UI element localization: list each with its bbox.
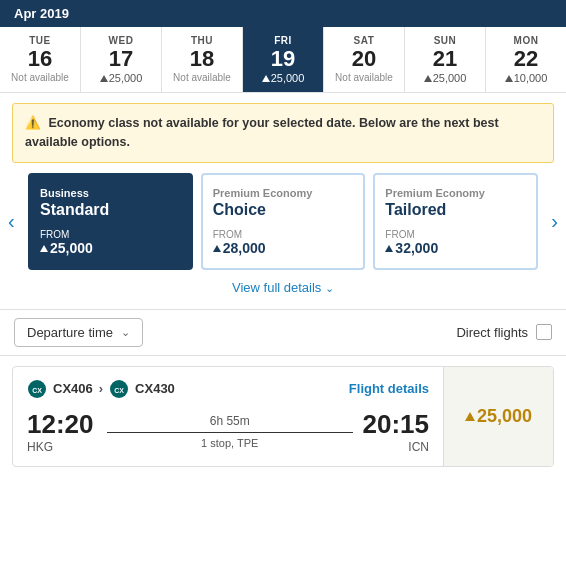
fare-card-0[interactable]: BusinessStandardFROM25,000 [28,173,193,270]
direct-flights-section: Direct flights [456,324,552,340]
flight-line-section: 6h 55m 1 stop, TPE [97,414,363,450]
day-number: 21 [409,46,481,72]
fare-price: 32,000 [385,240,526,256]
flight-code2: CX430 [135,381,175,396]
notice-text: Economy class not available for your sel… [25,116,499,149]
fare-price: 25,000 [40,240,181,256]
departure-time-button[interactable]: Departure time ⌄ [14,318,143,347]
month-label: Apr 2019 [14,6,69,21]
avios-tri-icon [385,245,393,252]
day-name: SUN [409,35,481,46]
chevron-down-icon: ⌄ [325,282,334,294]
avios-tri-icon [40,245,48,252]
flight-details-link[interactable]: Flight details [349,381,429,396]
day-name: FRI [247,35,319,46]
svg-text:CX: CX [32,386,42,393]
date-cell-22[interactable]: MON2210,000 [486,27,566,92]
flight-codes: CX CX406 › CX CX430 [27,379,175,399]
flight-line [107,432,353,434]
from-label: FROM [40,229,181,240]
day-name: THU [166,35,238,46]
day-number: 20 [328,46,400,72]
day-name: TUE [4,35,76,46]
flight-header: CX CX406 › CX CX430 Flight details [27,379,429,399]
airline-icon-cx430: CX [109,379,129,399]
date-price: 25,000 [85,72,157,84]
flight-duration: 6h 55m [107,414,353,428]
arrival-block: 20:15 ICN [363,409,430,454]
day-number: 19 [247,46,319,72]
fare-name: Choice [213,201,354,219]
from-label: FROM [385,229,526,240]
flight-times: 12:20 HKG 6h 55m 1 stop, TPE 20:15 ICN [27,409,429,454]
flight-code1: CX406 [53,381,93,396]
day-number: 17 [85,46,157,72]
date-price: 25,000 [409,72,481,84]
view-details-link[interactable]: View full details ⌄ [0,280,566,295]
day-number: 16 [4,46,76,72]
date-cell-18[interactable]: THU18Not available [162,27,243,92]
day-name: SAT [328,35,400,46]
flight-price-box[interactable]: 25,000 [443,367,553,466]
chevron-down-icon: ⌄ [121,326,130,339]
date-cell-20[interactable]: SAT20Not available [324,27,405,92]
month-header: Apr 2019 [0,0,566,27]
prev-arrow[interactable]: ‹ [4,206,19,237]
airline-icon-cx406: CX [27,379,47,399]
avios-triangle-icon [465,412,475,421]
departure-time-label: Departure time [27,325,113,340]
avios-icon [505,75,513,82]
date-cell-19[interactable]: FRI1925,000 [243,27,324,92]
fare-card-1[interactable]: Premium EconomyChoiceFROM28,000 [201,173,366,270]
cabin-type: Premium Economy [385,187,526,199]
avios-icon [262,75,270,82]
direct-flights-checkbox[interactable] [536,324,552,340]
date-selector-row: TUE16Not availableWED1725,000THU18Not av… [0,27,566,93]
departure-time: 12:20 [27,409,97,440]
flight-main-info: CX CX406 › CX CX430 Flight details 12:20… [13,367,443,466]
flight-arrow-icon: › [99,381,103,396]
flight-stops: 1 stop, TPE [107,437,353,449]
next-arrow[interactable]: › [547,206,562,237]
filter-row: Departure time ⌄ Direct flights [0,309,566,356]
date-cell-21[interactable]: SUN2125,000 [405,27,486,92]
view-details-label: View full details [232,280,321,295]
date-price: 25,000 [247,72,319,84]
flight-result: CX CX406 › CX CX430 Flight details 12:20… [12,366,554,467]
arrival-iata: ICN [363,440,430,454]
departure-block: 12:20 HKG [27,409,97,454]
day-name: WED [85,35,157,46]
direct-flights-label: Direct flights [456,325,528,340]
unavailable-label: Not available [328,72,400,83]
avios-icon [100,75,108,82]
flight-details-label: Flight details [349,381,429,396]
unavailable-label: Not available [166,72,238,83]
fare-cards-container: ‹ BusinessStandardFROM25,000Premium Econ… [0,173,566,270]
day-name: MON [490,35,562,46]
from-label: FROM [213,229,354,240]
avios-tri-icon [213,245,221,252]
fare-card-2[interactable]: Premium EconomyTailoredFROM32,000 [373,173,538,270]
flight-price-value: 25,000 [477,406,532,426]
cabin-type: Premium Economy [213,187,354,199]
date-price: 10,000 [490,72,562,84]
notice-bar: ⚠️ Economy class not available for your … [12,103,554,163]
fare-name: Tailored [385,201,526,219]
day-number: 18 [166,46,238,72]
arrival-time: 20:15 [363,409,430,440]
date-cell-16[interactable]: TUE16Not available [0,27,81,92]
avios-icon [424,75,432,82]
date-cell-17[interactable]: WED1725,000 [81,27,162,92]
fare-name: Standard [40,201,181,219]
day-number: 22 [490,46,562,72]
svg-text:CX: CX [114,386,124,393]
cabin-type: Business [40,187,181,199]
warning-icon: ⚠️ [25,116,41,130]
flight-price: 25,000 [465,406,532,427]
fare-price: 28,000 [213,240,354,256]
unavailable-label: Not available [4,72,76,83]
departure-iata: HKG [27,440,97,454]
